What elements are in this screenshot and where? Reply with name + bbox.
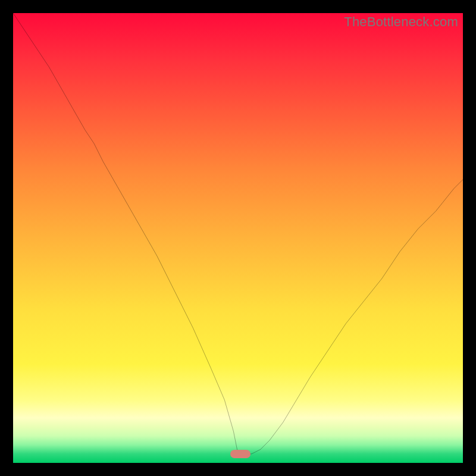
optimal-marker xyxy=(230,450,250,458)
bottleneck-curve xyxy=(13,13,463,463)
plot-area: TheBottleneck.com xyxy=(13,13,463,463)
chart-stage: TheBottleneck.com xyxy=(0,0,476,476)
curve-path xyxy=(13,13,463,454)
